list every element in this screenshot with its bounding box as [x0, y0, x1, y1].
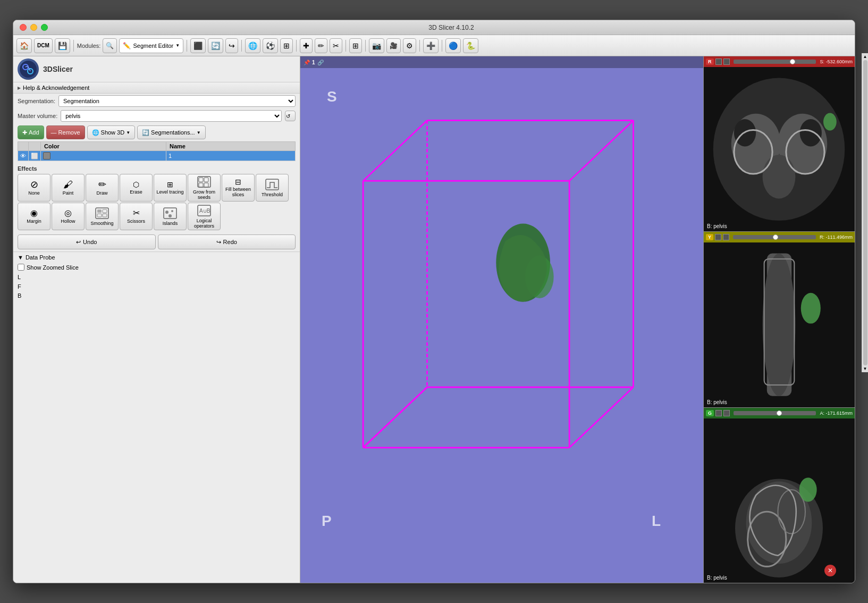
scissors-icon: ✂: [133, 209, 140, 217]
svg-line-28: [569, 387, 633, 448]
undo-button[interactable]: ↩ Undo: [18, 234, 156, 249]
separator-1: [73, 40, 74, 52]
sagittal-image[interactable]: B: pelvis: [704, 418, 855, 583]
view-id: 1: [312, 60, 315, 65]
remove-button[interactable]: — Remove: [46, 125, 85, 139]
effect-none[interactable]: ⊘ None: [18, 174, 50, 202]
segmentation-select[interactable]: Segmentation: [58, 95, 296, 107]
segmentations-dropdown-icon: ▼: [197, 130, 201, 135]
effect-erase[interactable]: ⬡ Erase: [120, 174, 153, 202]
left-panel: 3DSlicer ▶ Help & Acknowledgement Segmen…: [13, 56, 300, 583]
coronal-panel: Y R: -111.496mm: [704, 232, 855, 407]
orb-icon: ⚽: [266, 41, 275, 50]
python-icon: 🐍: [466, 41, 475, 50]
center-3d-view[interactable]: 📌 1 🔗 S P L: [300, 56, 703, 583]
effect-paint[interactable]: 🖌 Paint: [52, 174, 85, 202]
probe-line-F: F: [18, 282, 296, 292]
layout-icon: ⬛: [193, 41, 203, 50]
separator-4: [296, 40, 297, 52]
camera-button[interactable]: 📷: [369, 38, 384, 53]
add-button[interactable]: ✚ Add: [18, 125, 44, 139]
effect-threshold[interactable]: Threshold: [256, 174, 289, 202]
coronal-image[interactable]: B: pelvis: [704, 242, 855, 407]
effect-margin[interactable]: ◉ Margin: [18, 203, 50, 230]
name-cell: 1: [166, 151, 296, 161]
3d-view-button[interactable]: 🌐: [245, 38, 260, 53]
redo-button[interactable]: ↪ Redo: [158, 234, 296, 249]
show3d-button[interactable]: 🌐 Show 3D ▼: [87, 125, 136, 139]
show3d-label: Show 3D: [101, 129, 125, 136]
save-button[interactable]: 💾: [55, 38, 70, 53]
none-label: None: [28, 190, 40, 196]
help-header[interactable]: ▶ Help & Acknowledgement: [13, 82, 300, 93]
axial-icon-1: [715, 58, 722, 65]
effect-scissors[interactable]: ✂ Scissors: [120, 203, 153, 230]
panel-scroll[interactable]: 3DSlicer ▶ Help & Acknowledgement Segmen…: [13, 56, 300, 583]
search-modules-button[interactable]: 🔍: [103, 38, 117, 53]
maximize-button[interactable]: [41, 24, 48, 31]
video-button[interactable]: 🎥: [386, 38, 401, 53]
help-arrow-icon: ▶: [18, 86, 21, 90]
effect-level-tracing[interactable]: ⊞ Level tracing: [154, 174, 187, 202]
effect-draw[interactable]: ✏ Draw: [86, 174, 119, 202]
axial-panel: R S: -532.600mm: [704, 56, 855, 232]
plus-arrow-button[interactable]: ➕: [423, 38, 439, 53]
effect-grow-from-seeds[interactable]: Grow from seeds: [188, 174, 221, 202]
smoothing-icon: [95, 207, 109, 220]
svg-rect-7: [204, 183, 208, 187]
table-row[interactable]: 👁 ⬜ 1: [18, 151, 296, 161]
segmentation-row: Segmentation: Segmentation: [13, 94, 300, 108]
paint-tool-button[interactable]: ✏: [315, 38, 327, 53]
layout-grid-button[interactable]: ⊞: [349, 38, 362, 53]
coronal-slider[interactable]: [733, 235, 816, 239]
paint-brush-icon: 🖌: [63, 180, 73, 189]
effect-fill-between-slices[interactable]: ⊟ Fill between slices: [222, 174, 255, 202]
segmentations-button[interactable]: 🔄 Segmentations... ▼: [137, 125, 205, 139]
segment-table-container: Color Name 👁 ⬜ 1: [13, 141, 300, 163]
close-window-button[interactable]: ✕: [824, 565, 836, 576]
effect-smoothing[interactable]: Smoothing: [86, 203, 119, 230]
back-button[interactable]: 🔄: [208, 38, 223, 53]
add-icon: ✚: [22, 129, 27, 136]
layout-select-button[interactable]: ⬛: [190, 38, 206, 53]
forward-button[interactable]: ↪: [225, 38, 238, 53]
link-icon: 🔗: [317, 60, 324, 65]
effects-grid: ⊘ None 🖌 Paint ✏ Draw ⬡: [18, 174, 296, 230]
sagittal-slider[interactable]: [734, 411, 816, 415]
threshold-label: Threshold: [262, 192, 283, 197]
settings-button[interactable]: ⚙: [403, 38, 416, 53]
show-zoomed-slice-checkbox[interactable]: [18, 264, 24, 271]
hollow-label: Hollow: [61, 219, 75, 224]
crosshair-button[interactable]: ✚: [300, 38, 313, 53]
axial-slice-value: S: -532.600mm: [820, 59, 853, 64]
grid-button[interactable]: ⊞: [280, 38, 293, 53]
axial-slider[interactable]: [734, 60, 816, 64]
3d-icon-cell[interactable]: ⬜: [29, 151, 41, 161]
scissors-tool-button[interactable]: ✂: [330, 38, 342, 53]
grow-from-seeds-icon: [197, 175, 212, 188]
home-button[interactable]: 🏠: [16, 38, 32, 53]
col-name: Name: [166, 142, 296, 151]
separator-6: [365, 40, 366, 52]
effect-logical-operators[interactable]: A∪B Logical operators: [188, 203, 221, 230]
effect-hollow[interactable]: ◎ Hollow: [52, 203, 85, 230]
show3d-icon: 🌐: [92, 129, 99, 136]
effect-islands[interactable]: Islands: [154, 203, 187, 230]
close-button[interactable]: [20, 24, 27, 31]
slicer-icon-button[interactable]: 🔵: [445, 38, 461, 53]
minimize-button[interactable]: [30, 24, 37, 31]
fill-between-slices-icon: ⊟: [235, 178, 241, 186]
master-volume-select[interactable]: pelvis: [61, 110, 282, 122]
data-probe-header[interactable]: ▼ Data Probe: [18, 254, 296, 261]
dcm-button[interactable]: DCM: [34, 38, 53, 53]
eye-icon-cell[interactable]: 👁: [18, 151, 29, 161]
master-volume-refresh-button[interactable]: ↺: [285, 111, 296, 121]
axial-image[interactable]: B: pelvis: [704, 67, 855, 231]
level-tracing-icon: ⊞: [167, 181, 173, 188]
right-panels: R S: -532.600mm: [703, 56, 855, 583]
module-selector[interactable]: ✏️ Segment Editor ▼: [119, 38, 183, 53]
svg-line-25: [569, 120, 633, 181]
orb-button[interactable]: ⚽: [263, 38, 278, 53]
smoothing-label: Smoothing: [90, 221, 113, 226]
python-button[interactable]: 🐍: [463, 38, 478, 53]
